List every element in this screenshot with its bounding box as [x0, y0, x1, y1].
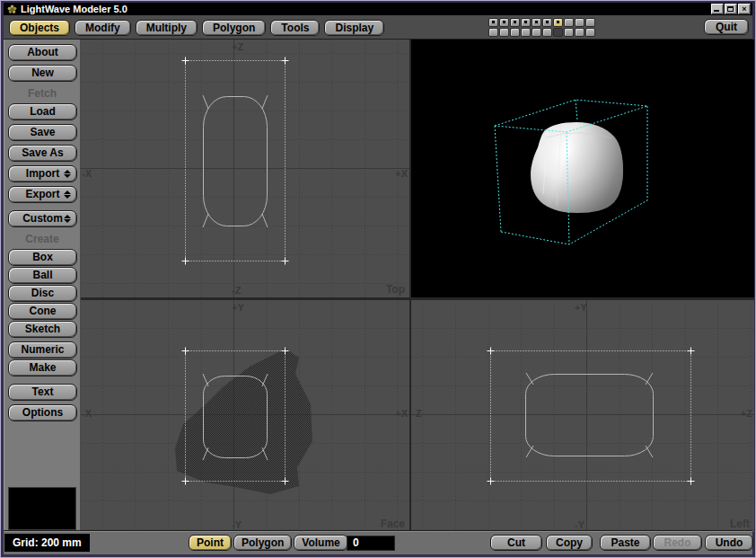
- arrow-up-icon: [64, 170, 71, 173]
- viewport-top-canvas: [81, 40, 409, 297]
- quit-button[interactable]: Quit: [704, 19, 749, 35]
- viewport-name-face: Face: [381, 518, 405, 530]
- popup-arrows-icon: [64, 170, 71, 178]
- layer-content-dot: [492, 21, 495, 23]
- tab-tools[interactable]: Tools: [270, 20, 320, 36]
- layer-5-background-button[interactable]: [532, 28, 541, 37]
- layer-content-dot: [514, 21, 516, 23]
- sidebar-heading-create: Create: [4, 233, 81, 245]
- menu-tabs: ObjectsModifyMultiplyPolygonToolsDisplay: [9, 20, 384, 36]
- viewport-face[interactable]: +Y -Y -X +X Face: [81, 300, 409, 532]
- layer-6-foreground-button[interactable]: [542, 18, 552, 27]
- menu-bar: ObjectsModifyMultiplyPolygonToolsDisplay…: [4, 15, 752, 40]
- viewport-left[interactable]: +Y -Y -Z +Z Left: [411, 300, 754, 532]
- viewport-perspective[interactable]: [411, 40, 754, 297]
- sidebar-item-new[interactable]: New: [8, 65, 77, 82]
- sidebar-item-load[interactable]: Load: [8, 103, 77, 120]
- maximize-button[interactable]: [725, 4, 737, 14]
- layer-content-dot: [535, 21, 538, 23]
- app-window: LightWave Modeler 5.0 × ObjectsModifyMul…: [0, 0, 756, 558]
- sidebar-item-save-as[interactable]: Save As: [8, 145, 77, 162]
- mode-volume-button[interactable]: Volume: [294, 535, 347, 551]
- mode-polygon-button[interactable]: Polygon: [233, 535, 292, 551]
- layer-preview-box: [8, 487, 76, 530]
- layer-2-background-button[interactable]: [499, 28, 509, 37]
- minimize-button[interactable]: [711, 4, 724, 14]
- layer-1-foreground-button[interactable]: [488, 18, 498, 27]
- sidebar-item-options[interactable]: Options: [8, 404, 77, 421]
- arrow-down-icon: [64, 174, 71, 178]
- layer-8-foreground-button[interactable]: [564, 18, 574, 27]
- tab-multiply[interactable]: Multiply: [136, 20, 198, 36]
- sidebar-item-export[interactable]: Export: [8, 186, 77, 203]
- close-button[interactable]: ×: [738, 4, 751, 14]
- selection-mode-group: PointPolygonVolume: [189, 535, 348, 551]
- sidebar-item-cone[interactable]: Cone: [8, 303, 77, 320]
- layer-content-dot: [546, 21, 549, 23]
- layer-3-background-button[interactable]: [510, 28, 520, 37]
- undo-button[interactable]: Undo: [705, 535, 753, 551]
- layer-4-foreground-button[interactable]: [521, 18, 531, 27]
- tab-display[interactable]: Display: [324, 20, 384, 36]
- arrow-down-icon: [64, 195, 71, 199]
- layer-2-foreground-button[interactable]: [499, 18, 509, 27]
- layer-10-foreground-button[interactable]: [585, 18, 595, 27]
- layer-8-background-button[interactable]: [564, 28, 574, 37]
- sidebar-item-sketch[interactable]: Sketch: [8, 321, 77, 338]
- sidebar: AboutNewFetchLoadSaveSave AsImportExport…: [4, 40, 81, 532]
- cut-button[interactable]: Cut: [490, 535, 542, 551]
- viewport-top[interactable]: +Z -Z -X +X Top: [81, 40, 409, 297]
- layer-content-dot: [557, 21, 559, 23]
- sidebar-item-box[interactable]: Box: [8, 249, 77, 266]
- sidebar-item-make[interactable]: Make: [8, 359, 77, 376]
- layer-5-foreground-button[interactable]: [532, 18, 541, 27]
- app-icon: [7, 4, 17, 14]
- shaded-object: [531, 122, 623, 213]
- layer-7-background-slot: [553, 28, 563, 37]
- viewport-area: +Z -Z -X +X Top: [81, 40, 754, 532]
- close-icon: ×: [742, 4, 746, 13]
- title-bar[interactable]: LightWave Modeler 5.0 ×: [4, 3, 752, 15]
- viewport-name-left: Left: [730, 518, 750, 530]
- sidebar-item-text[interactable]: Text: [8, 384, 77, 401]
- window-title: LightWave Modeler 5.0: [21, 3, 127, 15]
- layer-9-foreground-button[interactable]: [575, 18, 585, 27]
- layer-1-background-button[interactable]: [488, 28, 498, 37]
- popup-arrows-icon: [64, 190, 71, 199]
- tab-polygon[interactable]: Polygon: [202, 20, 266, 36]
- minimize-icon: [714, 10, 719, 12]
- viewport-left-canvas: [411, 300, 754, 532]
- layer-10-background-button[interactable]: [585, 28, 595, 37]
- viewport-face-canvas: [81, 300, 409, 532]
- layer-selector: [488, 18, 595, 37]
- sidebar-item-import[interactable]: Import: [8, 165, 77, 182]
- sidebar-item-numeric[interactable]: Numeric: [8, 341, 77, 359]
- tab-modify[interactable]: Modify: [75, 20, 131, 36]
- sidebar-item-save[interactable]: Save: [8, 124, 77, 141]
- layer-4-background-button[interactable]: [521, 28, 531, 37]
- selection-count-field[interactable]: 0: [347, 536, 395, 551]
- maximize-icon: [727, 6, 734, 12]
- arrow-up-icon: [64, 190, 71, 194]
- redo-button: Redo: [653, 535, 702, 551]
- viewport-perspective-canvas: [411, 40, 754, 297]
- paste-button[interactable]: Paste: [600, 535, 651, 551]
- layer-6-background-button[interactable]: [542, 28, 552, 37]
- layer-9-background-button[interactable]: [575, 28, 585, 37]
- sidebar-item-disc[interactable]: Disc: [8, 285, 77, 302]
- layer-7-foreground-button[interactable]: [553, 18, 563, 27]
- sidebar-item-ball[interactable]: Ball: [8, 267, 77, 284]
- layer-3-foreground-button[interactable]: [510, 18, 520, 27]
- sidebar-heading-fetch: Fetch: [4, 87, 81, 100]
- sidebar-item-custom[interactable]: Custom: [8, 210, 77, 227]
- tab-objects[interactable]: Objects: [9, 20, 70, 36]
- layer-content-dot: [524, 21, 527, 23]
- copy-button[interactable]: Copy: [546, 535, 593, 551]
- mode-point-button[interactable]: Point: [189, 535, 232, 551]
- arrow-down-icon: [64, 219, 71, 223]
- arrow-up-icon: [64, 215, 71, 218]
- sidebar-item-about[interactable]: About: [8, 44, 77, 61]
- viewport-name-top: Top: [386, 283, 405, 296]
- layer-content-dot: [503, 21, 505, 23]
- popup-arrows-icon: [64, 215, 71, 223]
